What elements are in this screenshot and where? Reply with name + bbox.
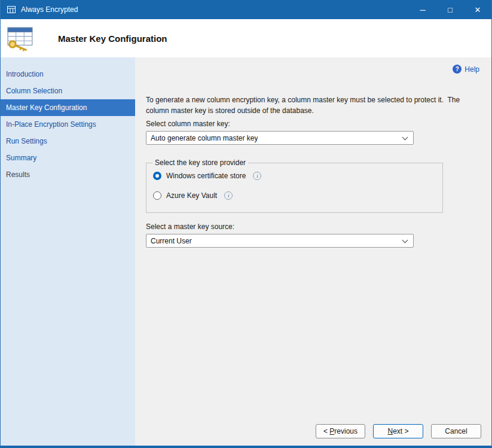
help-label: Help [465,65,479,74]
radio-windows-certificate-store[interactable]: Windows certificate store i [146,172,442,180]
window-title: Always Encrypted [21,5,78,14]
minimize-button[interactable]: ─ [409,0,436,19]
wizard-header: Master Key Configuration [1,19,491,57]
sidebar-item-column-selection[interactable]: Column Selection [1,83,135,99]
sidebar-item-results: Results [1,166,135,183]
radio-azure-key-vault[interactable]: Azure Key Vault i [146,191,442,200]
wizard-buttons: < Previous Next > Cancel [316,424,481,438]
page-title: Master Key Configuration [58,33,167,44]
info-icon[interactable]: i [253,172,261,180]
description-text: To generate a new column encryption key,… [146,95,473,116]
cancel-button[interactable]: Cancel [431,424,481,438]
step-content: ? Help To generate a new column encrypti… [135,57,491,446]
column-master-key-select[interactable]: Auto generate column master key [146,131,414,145]
sidebar-item-master-key-configuration[interactable]: Master Key Configuration [1,99,135,116]
master-key-source-select[interactable]: Current User [146,234,414,248]
radio-selected-icon [153,172,161,180]
column-master-key-label: Select column master key: [146,120,479,128]
sidebar-item-introduction[interactable]: Introduction [1,66,135,83]
azure-key-vault-label: Azure Key Vault [166,191,217,200]
next-button[interactable]: Next > [373,424,423,438]
titlebar: Always Encrypted ─ □ ✕ [1,0,491,19]
windows-certificate-store-label: Windows certificate store [166,172,246,180]
wizard-body: Introduction Column Selection Master Key… [1,57,491,446]
wizard-steps-sidebar: Introduction Column Selection Master Key… [1,57,135,446]
master-key-source-label: Select a master key source: [146,223,479,231]
key-store-provider-group: Select the key store provider Windows ce… [146,163,443,213]
window-controls: ─ □ ✕ [409,0,491,19]
help-icon: ? [453,65,462,74]
always-encrypted-window: Always Encrypted ─ □ ✕ [0,0,492,448]
previous-button[interactable]: < Previous [316,424,365,438]
help-link[interactable]: ? Help [453,65,479,74]
close-button[interactable]: ✕ [464,0,491,19]
info-icon[interactable]: i [224,191,233,200]
master-key-source-value: Current User [151,237,192,245]
maximize-button[interactable]: □ [436,0,464,19]
key-store-provider-legend: Select the key store provider [152,159,248,167]
sidebar-item-summary[interactable]: Summary [1,150,135,166]
chevron-down-icon [402,135,408,141]
column-master-key-value: Auto generate column master key [151,134,258,142]
radio-unselected-icon [153,191,161,200]
app-icon [7,5,16,14]
chevron-down-icon [402,237,408,243]
sidebar-item-in-place-encryption-settings[interactable]: In-Place Encryption Settings [1,116,135,133]
sidebar-item-run-settings[interactable]: Run Settings [1,133,135,150]
master-key-table-icon [7,25,34,52]
